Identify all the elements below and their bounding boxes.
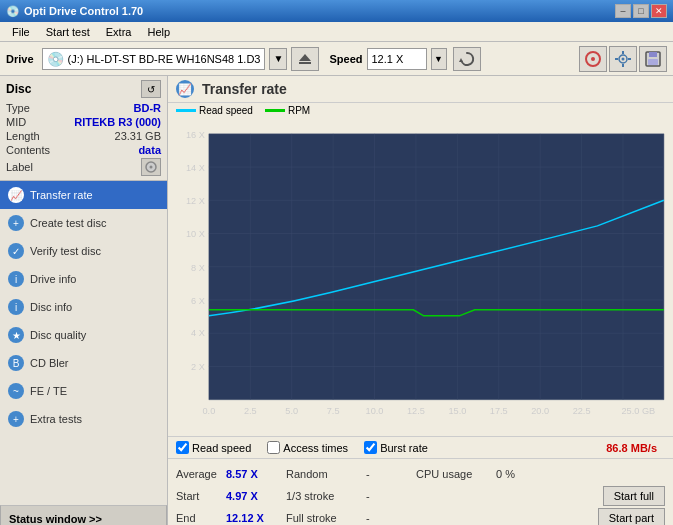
svg-point-15 bbox=[150, 166, 153, 169]
start-part-button[interactable]: Start part bbox=[598, 508, 665, 525]
nav-disc-info[interactable]: i Disc info bbox=[0, 293, 167, 321]
stats-area: Average 8.57 X Random - CPU usage 0 % St… bbox=[168, 458, 673, 525]
burst-rate-checkbox-item: Burst rate bbox=[364, 441, 428, 454]
access-times-checkbox-label: Access times bbox=[283, 442, 348, 454]
minimize-button[interactable]: – bbox=[615, 4, 631, 18]
svg-rect-10 bbox=[628, 58, 631, 60]
stroke-1-3-value: - bbox=[366, 490, 416, 502]
burst-rate-checkbox[interactable] bbox=[364, 441, 377, 454]
svg-rect-12 bbox=[649, 52, 657, 57]
legend-read-speed-label: Read speed bbox=[199, 105, 253, 116]
nav-create-test-disc[interactable]: + Create test disc bbox=[0, 209, 167, 237]
status-window-button[interactable]: Status window >> bbox=[0, 505, 167, 525]
full-stroke-label: Full stroke bbox=[286, 512, 366, 524]
svg-text:4 X: 4 X bbox=[191, 328, 205, 338]
sidebar: Disc ↺ Type BD-R MID RITEKB R3 (000) Len… bbox=[0, 76, 168, 525]
toolbar: Drive 💿 (J:) HL-DT-ST BD-RE WH16NS48 1.D… bbox=[0, 42, 673, 76]
legend-read-speed-color bbox=[176, 109, 196, 112]
cpu-usage-value: 0 % bbox=[496, 468, 546, 480]
disc-type-value: BD-R bbox=[134, 102, 162, 114]
start-full-button[interactable]: Start full bbox=[603, 486, 665, 506]
burst-rate-checkbox-label: Burst rate bbox=[380, 442, 428, 454]
nav-section: 📈 Transfer rate + Create test disc ✓ Ver… bbox=[0, 181, 167, 505]
app-icon: 💿 bbox=[6, 5, 20, 18]
svg-text:0.0: 0.0 bbox=[203, 406, 216, 416]
speed-value: 12.1 X bbox=[372, 53, 404, 65]
average-value: 8.57 X bbox=[226, 468, 286, 480]
nav-cd-bler[interactable]: B CD Bler bbox=[0, 349, 167, 377]
speed-dropdown-button[interactable]: ▼ bbox=[431, 48, 447, 70]
svg-rect-9 bbox=[615, 58, 618, 60]
svg-text:12.5: 12.5 bbox=[407, 406, 425, 416]
refresh-button[interactable] bbox=[453, 47, 481, 71]
disc-length-row: Length 23.31 GB bbox=[6, 130, 161, 142]
speed-selector[interactable]: 12.1 X bbox=[367, 48, 427, 70]
transfer-rate-chart: 16 X 14 X 12 X 10 X 8 X 6 X 4 X 2 X 0.0 … bbox=[168, 122, 669, 432]
nav-fe-te-label: FE / TE bbox=[30, 385, 67, 397]
save-icon-button[interactable] bbox=[639, 46, 667, 72]
average-label: Average bbox=[176, 468, 226, 480]
eject-button[interactable] bbox=[291, 47, 319, 71]
menu-help[interactable]: Help bbox=[139, 24, 178, 40]
svg-point-6 bbox=[622, 57, 625, 60]
svg-text:6 X: 6 X bbox=[191, 296, 205, 306]
nav-drive-info[interactable]: i Drive info bbox=[0, 265, 167, 293]
svg-rect-13 bbox=[648, 59, 658, 65]
chart-container: 16 X 14 X 12 X 10 X 8 X 6 X 4 X 2 X 0.0 … bbox=[168, 118, 673, 436]
disc-label-button[interactable] bbox=[141, 158, 161, 176]
random-label: Random bbox=[286, 468, 366, 480]
menu-start-test[interactable]: Start test bbox=[38, 24, 98, 40]
chart-area: 📈 Transfer rate Read speed RPM bbox=[168, 76, 673, 525]
disc-label-row: Label bbox=[6, 158, 161, 176]
disc-contents-row: Contents data bbox=[6, 144, 161, 156]
nav-extra-tests-label: Extra tests bbox=[30, 413, 82, 425]
svg-text:12 X: 12 X bbox=[186, 196, 205, 206]
nav-transfer-rate-label: Transfer rate bbox=[30, 189, 93, 201]
random-value: - bbox=[366, 468, 416, 480]
nav-cd-bler-label: CD Bler bbox=[30, 357, 69, 369]
drive-dropdown-button[interactable]: ▼ bbox=[269, 48, 287, 70]
svg-rect-8 bbox=[622, 64, 624, 67]
chart-title: Transfer rate bbox=[202, 81, 287, 97]
svg-text:2.5: 2.5 bbox=[244, 406, 257, 416]
title-controls: – □ ✕ bbox=[615, 4, 667, 18]
disc-panel-header: Disc ↺ bbox=[6, 80, 161, 98]
settings-icon-button[interactable] bbox=[609, 46, 637, 72]
read-speed-checkbox-item: Read speed bbox=[176, 441, 251, 454]
nav-transfer-rate[interactable]: 📈 Transfer rate bbox=[0, 181, 167, 209]
refresh-icon bbox=[459, 51, 475, 67]
app-title: Opti Drive Control 1.70 bbox=[24, 5, 143, 17]
svg-text:7.5: 7.5 bbox=[327, 406, 340, 416]
read-speed-checkbox[interactable] bbox=[176, 441, 189, 454]
toolbar-right-buttons bbox=[579, 46, 667, 72]
access-times-checkbox[interactable] bbox=[267, 441, 280, 454]
end-label: End bbox=[176, 512, 226, 524]
svg-text:10 X: 10 X bbox=[186, 229, 205, 239]
title-bar-left: 💿 Opti Drive Control 1.70 bbox=[6, 5, 143, 18]
menu-extra[interactable]: Extra bbox=[98, 24, 140, 40]
nav-create-test-disc-label: Create test disc bbox=[30, 217, 106, 229]
nav-fe-te-icon: ~ bbox=[8, 383, 24, 399]
svg-text:15.0: 15.0 bbox=[448, 406, 466, 416]
nav-verify-test-disc[interactable]: ✓ Verify test disc bbox=[0, 237, 167, 265]
disc-refresh-button[interactable]: ↺ bbox=[141, 80, 161, 98]
close-button[interactable]: ✕ bbox=[651, 4, 667, 18]
menu-file[interactable]: File bbox=[4, 24, 38, 40]
nav-extra-tests[interactable]: + Extra tests bbox=[0, 405, 167, 433]
svg-text:17.5: 17.5 bbox=[490, 406, 508, 416]
chart-icon: 📈 bbox=[176, 80, 194, 98]
svg-text:2 X: 2 X bbox=[191, 362, 205, 372]
legend-rpm-label: RPM bbox=[288, 105, 310, 116]
drive-selector[interactable]: 💿 (J:) HL-DT-ST BD-RE WH16NS48 1.D3 bbox=[42, 48, 266, 70]
disc-label-label: Label bbox=[6, 161, 33, 173]
nav-cd-bler-icon: B bbox=[8, 355, 24, 371]
svg-text:8 X: 8 X bbox=[191, 263, 205, 273]
disc-length-value: 23.31 GB bbox=[115, 130, 161, 142]
eject-icon bbox=[297, 52, 313, 66]
nav-fe-te[interactable]: ~ FE / TE bbox=[0, 377, 167, 405]
disc-icon-button[interactable] bbox=[579, 46, 607, 72]
maximize-button[interactable]: □ bbox=[633, 4, 649, 18]
nav-extra-tests-icon: + bbox=[8, 411, 24, 427]
nav-disc-quality[interactable]: ★ Disc quality bbox=[0, 321, 167, 349]
svg-rect-7 bbox=[622, 51, 624, 54]
